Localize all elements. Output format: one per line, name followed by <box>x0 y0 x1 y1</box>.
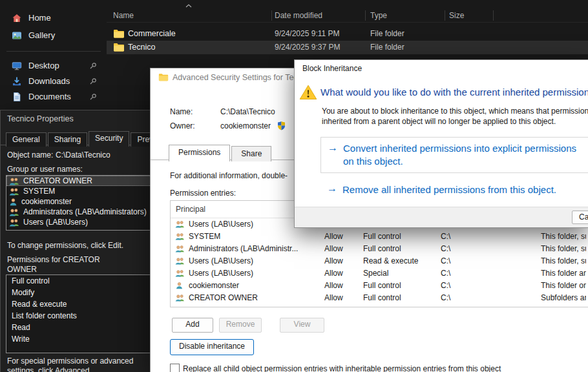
entry-inherited-from: C:\ <box>441 255 450 267</box>
tab-general[interactable]: General <box>6 132 47 147</box>
remove-button[interactable]: Remove <box>219 318 262 333</box>
dialog-heading: What would you like to do with the curre… <box>320 87 588 98</box>
header-divider <box>107 22 588 23</box>
entry-principal: Users (LAB\Users) <box>189 255 253 267</box>
permission-entry-row[interactable]: cookiemonster Allow Full control C:\ Thi… <box>171 280 588 292</box>
name-value: C:\Data\Tecnico <box>220 107 275 116</box>
file-name: Commerciale <box>128 29 176 38</box>
permissions-for-label: Permissions for CREATOR OWNER <box>7 255 110 274</box>
sidebar-item-gallery[interactable]: Gallery <box>4 27 103 44</box>
folder-icon <box>113 29 125 38</box>
group-icon <box>175 232 185 240</box>
entry-type: Full control <box>363 280 401 292</box>
column-header-size[interactable]: Size <box>449 11 464 20</box>
view-button[interactable]: View <box>280 318 324 333</box>
group-icon <box>175 220 185 228</box>
disable-inheritance-button[interactable]: Disable inheritance <box>170 339 254 355</box>
column-divider[interactable] <box>493 10 494 21</box>
permission-entry-row[interactable]: CREATOR OWNER Allow Full control C:\ Sub… <box>171 292 588 304</box>
entry-applies-to: This folder only <box>541 280 586 292</box>
column-divider[interactable] <box>365 10 366 21</box>
permission-entry-row[interactable]: SYSTEM Allow Full control C:\ This folde… <box>171 231 588 243</box>
pin-icon <box>89 93 97 101</box>
entry-principal: Administrators (LAB\Administr... <box>189 243 298 255</box>
pin-icon <box>89 78 97 85</box>
arrow-icon <box>328 142 338 154</box>
tab-sharing[interactable]: Sharing <box>48 132 87 147</box>
desktop-icon <box>12 61 22 71</box>
group-icon <box>9 208 19 216</box>
permission-entry-row[interactable]: Administrators (LAB\Administr... Allow F… <box>171 243 588 255</box>
remove-permissions-command-link[interactable]: Remove all inherited permissions from th… <box>320 183 588 198</box>
permission-entries-label: Permission entries: <box>170 189 236 198</box>
warning-icon <box>299 84 317 100</box>
add-button[interactable]: Add <box>172 318 213 333</box>
group-or-user-names-label: Group or user names: <box>7 165 83 174</box>
entry-principal: Users (LAB\Users) <box>189 267 253 280</box>
info-text: For additional information, double- <box>170 171 288 180</box>
sort-ascending-icon <box>185 4 192 8</box>
advanced-tabs: PermissionsShare <box>169 145 273 160</box>
file-row-tecnico[interactable]: Tecnico 9/24/2025 9:37 PM File folder <box>107 41 588 54</box>
column-header-principal[interactable]: Principal <box>176 205 205 214</box>
edit-hint-text: To change permissions, click Edit. <box>7 241 123 250</box>
user-icon <box>9 198 17 206</box>
dialog-body-line2: inherited from a parent object will no l… <box>322 117 556 126</box>
dialog-body-line1: You are about to block inheritance to th… <box>322 107 588 116</box>
group-icon <box>9 177 19 185</box>
sidebar-item-label: Home <box>28 13 51 23</box>
cancel-button[interactable]: Cancel <box>572 211 588 224</box>
entry-applies-to: Subfolders and files o... <box>541 292 586 304</box>
entry-type: Read & execute <box>363 255 418 267</box>
column-header-type[interactable]: Type <box>370 11 387 20</box>
file-row-commerciale[interactable]: Commerciale 9/24/2025 9:11 PM File folde… <box>107 27 588 41</box>
dialog-title: Advanced Security Settings for Tecnico <box>173 68 313 87</box>
screen: Home Gallery Desktop Downloads Documents <box>0 0 588 372</box>
command-link-label: Remove all inherited permissions from th… <box>342 183 556 196</box>
sidebar-item-label: Documents <box>28 92 71 101</box>
entry-type: Full control <box>363 292 401 304</box>
permission-entry-row[interactable]: Users (LAB\Users) Allow Read & execute C… <box>171 255 588 267</box>
entry-principal: SYSTEM <box>189 231 220 243</box>
group-icon <box>9 218 19 227</box>
entry-applies-to: This folder, subfolde... <box>541 255 586 267</box>
entry-inherited-from: C:\ <box>441 231 450 243</box>
tab-permissions[interactable]: Permissions <box>169 145 230 161</box>
dialog-footer: Cancel <box>295 207 588 227</box>
principal-name: SYSTEM <box>23 187 55 196</box>
tab-share[interactable]: Share <box>231 146 271 161</box>
replace-permissions-checkbox[interactable] <box>170 364 180 372</box>
file-type: File folder <box>370 29 404 38</box>
file-date-modified: 9/24/2025 9:37 PM <box>275 43 340 52</box>
entry-inherited-from: C:\ <box>441 292 450 304</box>
sidebar-item-documents[interactable]: Documents <box>4 88 103 105</box>
principal-name: Administrators (LAB\Administrators) <box>23 207 147 216</box>
entry-type: Full control <box>363 243 401 255</box>
downloads-icon <box>12 76 22 87</box>
object-name-value: C:\Data\Tecnico <box>56 150 110 160</box>
sidebar-item-home[interactable]: Home <box>4 10 103 26</box>
entry-access: Allow <box>324 255 343 267</box>
column-divider[interactable] <box>271 10 272 21</box>
entry-access: Allow <box>324 280 343 292</box>
entry-principal: cookiemonster <box>189 280 239 292</box>
tab-security[interactable]: Security <box>89 131 129 147</box>
principal-name: cookiemonster <box>21 197 72 206</box>
replace-permissions-label: Replace all child object permission entr… <box>183 364 501 372</box>
sidebar-item-desktop[interactable]: Desktop <box>4 57 103 74</box>
permission-entry-row[interactable]: Users (LAB\Users) Allow Special C:\ This… <box>171 267 588 280</box>
group-icon <box>175 245 185 253</box>
folder-icon <box>158 73 169 81</box>
name-label: Name: <box>170 107 193 116</box>
column-header-date-modified[interactable]: Date modified <box>275 11 322 20</box>
entry-type: Special <box>363 267 388 280</box>
pin-icon <box>89 62 97 70</box>
entry-access: Allow <box>324 292 343 304</box>
owner-label: Owner: <box>170 121 195 130</box>
entry-applies-to: This folder, subfolde... <box>541 231 586 243</box>
folder-icon <box>113 43 125 52</box>
column-divider[interactable] <box>445 10 445 21</box>
convert-permissions-command-link[interactable]: Convert inherited permissions into expli… <box>320 137 588 173</box>
sidebar-item-downloads[interactable]: Downloads <box>4 73 103 90</box>
column-header-name[interactable]: Name <box>113 11 134 20</box>
